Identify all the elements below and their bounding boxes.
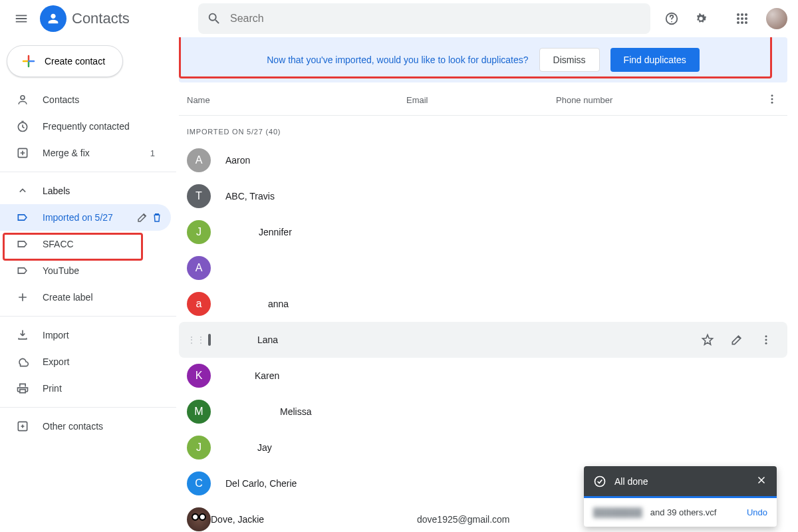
more-vert-icon <box>766 93 778 105</box>
contact-row[interactable]: KKaren <box>179 358 787 394</box>
contact-name: Aaron <box>225 155 432 166</box>
gear-icon <box>694 11 708 26</box>
contact-avatar: J <box>187 220 211 244</box>
svg-point-1 <box>671 21 672 23</box>
search-input[interactable] <box>230 13 645 25</box>
contact-row[interactable]: MMelissa <box>179 394 787 430</box>
close-icon <box>755 474 767 486</box>
contact-name: Jennifer <box>225 227 432 237</box>
dismiss-button[interactable]: Dismiss <box>539 48 600 72</box>
svg-point-3 <box>741 13 743 16</box>
contact-avatar: A <box>187 148 211 172</box>
contact-avatar: M <box>187 400 211 424</box>
settings-button[interactable] <box>688 5 714 32</box>
contact-name: anna <box>225 299 432 309</box>
help-icon <box>664 11 679 26</box>
nav-merge-fix[interactable]: Merge & fix 1 <box>0 140 166 166</box>
star-icon <box>701 333 714 346</box>
contact-avatar: J <box>187 436 211 460</box>
svg-point-16 <box>771 98 773 100</box>
drag-handle-icon[interactable]: ⋮⋮ <box>187 334 205 345</box>
contact-avatar: T <box>187 184 211 208</box>
column-phone: Phone number <box>556 95 766 105</box>
svg-point-19 <box>765 339 767 341</box>
labels-toggle[interactable]: Labels <box>0 178 176 204</box>
contact-avatar: K <box>187 364 211 388</box>
toast-redacted: ████████ <box>593 507 642 517</box>
contact-name: Jay <box>225 442 432 453</box>
contact-name: Dove, Jackie <box>211 514 417 525</box>
import-banner: Now that you've imported, would you like… <box>179 37 787 82</box>
list-header: Name Email Phone number <box>179 88 787 116</box>
contact-name: ABC, Travis <box>225 191 432 201</box>
app-logo: Contacts <box>40 5 180 32</box>
merge-badge: 1 <box>150 148 155 158</box>
star-button[interactable] <box>694 327 721 353</box>
column-email: Email <box>406 95 556 105</box>
contact-name: Del Carlo, Cherie <box>225 478 432 489</box>
row-more-button[interactable] <box>753 327 779 353</box>
nav-frequent[interactable]: Frequently contacted <box>0 113 166 140</box>
svg-point-15 <box>771 94 773 96</box>
svg-point-7 <box>745 17 747 20</box>
contact-row[interactable]: A <box>179 250 787 286</box>
contact-row[interactable]: ⋮⋮LLana <box>179 322 787 358</box>
app-title: Contacts <box>72 10 130 27</box>
plus-small-icon <box>16 291 29 304</box>
nav-other-contacts[interactable]: Other contacts <box>0 413 166 440</box>
toast-title: All done <box>614 476 648 487</box>
nav-import[interactable]: Import <box>0 322 166 348</box>
edit-button[interactable] <box>724 327 750 353</box>
toast-text: and 39 others.vcf <box>650 507 717 517</box>
export-icon <box>16 355 29 368</box>
contact-avatar: A <box>187 256 211 280</box>
merge-icon <box>16 146 29 160</box>
delete-label-icon[interactable] <box>151 211 163 223</box>
label-sfacc[interactable]: SFACC <box>0 231 166 257</box>
contact-avatar <box>187 507 211 531</box>
create-contact-button[interactable]: Create contact <box>7 45 123 77</box>
list-settings-button[interactable] <box>766 93 782 107</box>
sidebar: Create contact Contacts Frequently conta… <box>0 37 176 532</box>
contact-email: dove1925@gmail.com <box>417 514 567 525</box>
apps-button[interactable] <box>729 5 755 32</box>
account-avatar[interactable] <box>766 8 787 29</box>
banner-text: Now that you've imported, would you like… <box>267 55 528 65</box>
create-label[interactable]: Create label <box>0 284 166 311</box>
hamburger-menu-button[interactable] <box>5 3 37 35</box>
label-icon <box>16 264 29 277</box>
edit-label-icon[interactable] <box>136 211 148 223</box>
archive-icon <box>16 420 29 433</box>
search-icon <box>203 8 225 29</box>
pencil-icon <box>730 333 743 346</box>
nav-contacts[interactable]: Contacts <box>0 86 166 113</box>
apps-grid-icon <box>736 13 748 25</box>
nav-export[interactable]: Export <box>0 348 166 375</box>
main-content: Now that you've imported, would you like… <box>176 37 798 532</box>
contact-row[interactable]: JJay <box>179 430 787 466</box>
contact-name: Lana <box>225 334 432 345</box>
column-name: Name <box>187 95 406 105</box>
label-icon <box>16 237 29 251</box>
contact-row[interactable]: AAaron <box>179 142 787 178</box>
menu-icon <box>14 11 29 26</box>
toast-undo-button[interactable]: Undo <box>747 507 767 517</box>
find-duplicates-button[interactable]: Find duplicates <box>610 48 700 72</box>
search-bar[interactable] <box>198 3 650 34</box>
contact-name: Karen <box>225 370 432 381</box>
clock-icon <box>16 120 29 133</box>
svg-point-2 <box>737 13 739 16</box>
contact-row[interactable]: TABC, Travis <box>179 178 787 214</box>
row-checkbox[interactable] <box>208 334 211 346</box>
contact-row[interactable]: JJennifer <box>179 214 787 250</box>
svg-point-18 <box>765 335 767 337</box>
nav-print[interactable]: Print <box>0 375 166 402</box>
label-imported[interactable]: Imported on 5/27 <box>0 204 171 231</box>
label-youtube[interactable]: YouTube <box>0 257 166 284</box>
create-contact-label: Create contact <box>45 56 105 66</box>
contact-row[interactable]: aanna <box>179 286 787 322</box>
help-button[interactable] <box>658 5 685 32</box>
svg-point-17 <box>771 102 773 104</box>
toast-close-button[interactable] <box>755 474 767 488</box>
svg-point-5 <box>737 17 739 20</box>
